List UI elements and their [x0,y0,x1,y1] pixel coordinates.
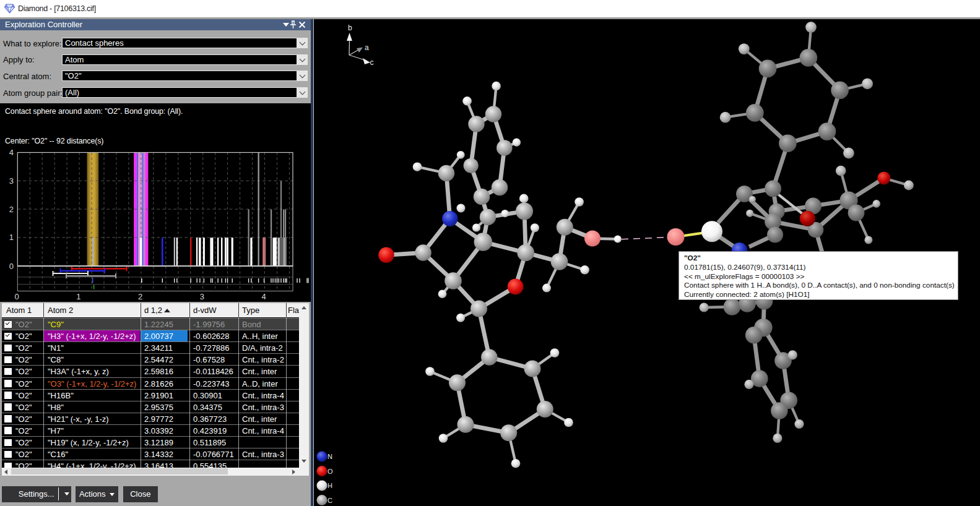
svg-text:c: c [370,58,374,67]
svg-text:4: 4 [262,291,266,301]
svg-text:2: 2 [9,204,14,213]
svg-text:a: a [365,43,369,52]
svg-text:3: 3 [9,176,14,185]
svg-text:N: N [327,453,332,460]
svg-text:0: 0 [9,261,14,270]
svg-text:1: 1 [9,233,14,242]
svg-text:4: 4 [9,148,14,157]
svg-text:C: C [327,497,332,504]
svg-text:H: H [327,482,332,489]
svg-text:0: 0 [14,291,19,301]
svg-text:Center: "O2" -- 92 distance(s): Center: "O2" -- 92 distance(s) [5,137,103,145]
svg-text:b: b [348,24,352,32]
svg-text:1: 1 [76,291,80,301]
svg-text:3: 3 [200,291,204,301]
svg-text:2: 2 [138,291,142,301]
svg-text:Contact sphere around atom: "O: Contact sphere around atom: "O2". Bond g… [5,106,183,115]
svg-text:O: O [327,468,333,475]
